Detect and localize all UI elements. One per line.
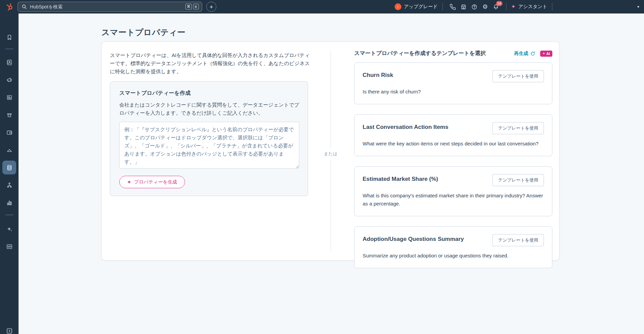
sidebar-item-data-active[interactable] xyxy=(2,161,16,174)
help-button[interactable] xyxy=(469,1,480,12)
page-title: スマートプロパティー xyxy=(101,27,186,38)
search-shortcut: ⌘ K xyxy=(185,4,199,9)
service-bell-icon xyxy=(6,147,13,154)
template-card-churn-risk: Churn Risk テンプレートを使用 Is there any risk o… xyxy=(354,62,552,104)
template-description: What is this company's estimated market … xyxy=(363,192,544,208)
upgrade-button[interactable]: ↑ アップグレード xyxy=(395,3,438,10)
refresh-icon xyxy=(530,51,535,56)
sidebar-item-payments[interactable] xyxy=(2,126,16,139)
marketplace-button[interactable] xyxy=(458,1,469,12)
ai-badge: ✦ AI xyxy=(540,51,552,57)
phone-icon xyxy=(450,4,456,10)
smart-properties-panel: スマートプロパティーは、AIを活用して具体的な回答が入力されるカスタムプロパティ… xyxy=(101,41,559,260)
bookmark-icon xyxy=(6,34,13,41)
command-key-icon: ⌘ xyxy=(185,4,192,9)
template-card-adoption-usage: Adoption/Usage Questions Summary テンプレートを… xyxy=(354,226,552,268)
template-title: Adoption/Usage Questions Summary xyxy=(363,234,492,243)
templates-column: スマートプロパティーを作成するテンプレートを選択 再生成 ✦ AI Churn … xyxy=(354,50,552,268)
create-card-description: 会社またはコンタクトレコードに関する質問をして、データエージェントでプロパティー… xyxy=(119,101,301,117)
sidebar-item-crm[interactable] xyxy=(2,55,16,69)
topbar-divider xyxy=(506,3,507,10)
calling-button[interactable] xyxy=(448,1,458,12)
use-template-button[interactable]: テンプレートを使用 xyxy=(492,174,544,186)
storefront-icon xyxy=(460,4,467,10)
assistant-label: アシスタント xyxy=(518,4,547,10)
expand-panel-icon xyxy=(6,327,13,334)
template-card-last-conversation: Last Conversation Action Items テンプレートを使用… xyxy=(354,114,552,156)
generate-button-label: プロパティーを生成 xyxy=(134,179,177,185)
template-description: Summarize any product adoption or usage … xyxy=(363,252,544,260)
org-chart-icon xyxy=(6,182,13,189)
main-content: スマートプロパティー スマートプロパティーは、AIを活用して具体的な回答が入力さ… xyxy=(19,13,644,334)
k-key-icon: K xyxy=(193,4,199,9)
intro-text: スマートプロパティーは、AIを活用して具体的な回答が入力されるカスタムプロパティ… xyxy=(110,51,310,76)
database-icon xyxy=(6,164,13,171)
sidebar-item-commerce[interactable] xyxy=(2,108,16,122)
help-icon xyxy=(471,4,478,10)
sidebar-divider xyxy=(5,215,13,215)
megaphone-icon xyxy=(6,77,13,83)
bar-chart-icon xyxy=(6,199,13,206)
hubspot-logo-icon[interactable] xyxy=(5,2,14,11)
search-input[interactable] xyxy=(18,2,202,12)
upgrade-arrow-icon: ↑ xyxy=(395,3,401,10)
sidebar xyxy=(0,13,19,334)
create-property-card: スマートプロパティーを作成 会社またはコンタクトレコードに関する質問をして、デー… xyxy=(110,81,308,196)
templates-header: スマートプロパティーを作成するテンプレートを選択 再生成 ✦ AI xyxy=(354,50,552,57)
sidebar-item-bookmarks[interactable] xyxy=(2,30,16,44)
sparkle-icon: ✦ xyxy=(127,179,131,185)
chevron-down-icon: ▾ xyxy=(637,4,639,9)
templates-header-title: スマートプロパティーを作成するテンプレートを選択 xyxy=(354,50,514,57)
create-button[interactable]: + xyxy=(206,2,216,12)
sidebar-item-marketing[interactable] xyxy=(2,73,16,87)
plus-icon: + xyxy=(209,4,213,10)
template-title: Last Conversation Action Items xyxy=(363,122,492,131)
ai-badge-label: AI xyxy=(546,52,550,56)
search-icon xyxy=(21,4,27,10)
topbar-divider xyxy=(552,3,552,10)
template-description: What were the key action items or next s… xyxy=(363,140,544,148)
sidebar-item-reporting[interactable] xyxy=(2,196,16,210)
contacts-book-icon xyxy=(6,59,13,66)
sidebar-item-developer[interactable] xyxy=(2,240,16,253)
sidebar-item-automations[interactable] xyxy=(2,178,16,192)
or-label: または xyxy=(323,148,338,160)
template-description: Is there any risk of churn? xyxy=(363,88,544,96)
property-prompt-textarea[interactable] xyxy=(119,122,299,169)
sidebar-divider xyxy=(5,49,13,49)
sidebar-item-copilot[interactable] xyxy=(2,222,16,236)
code-icon xyxy=(6,243,13,250)
ai-sparkle-icon xyxy=(6,226,13,232)
sidebar-expand-button[interactable] xyxy=(2,324,16,334)
gear-icon: ⚙ xyxy=(483,4,488,10)
newspaper-icon xyxy=(6,94,13,101)
account-menu-button[interactable]: ▾ xyxy=(637,4,639,9)
notification-count-badge: 14 xyxy=(496,1,502,6)
assistant-button[interactable]: ✦ アシスタント xyxy=(511,4,547,10)
template-card-market-share: Estimated Market Share (%) テンプレートを使用 Wha… xyxy=(354,166,552,216)
sidebar-item-content[interactable] xyxy=(2,90,16,104)
sparkle-icon: ✦ xyxy=(511,4,516,9)
settings-button[interactable]: ⚙ xyxy=(480,1,491,12)
sparkle-icon: ✦ xyxy=(543,52,545,55)
use-template-button[interactable]: テンプレートを使用 xyxy=(492,70,544,82)
basket-icon xyxy=(6,112,13,118)
generate-property-button[interactable]: ✦ プロパティーを生成 xyxy=(119,176,185,188)
create-card-title: スマートプロパティーを作成 xyxy=(119,90,299,97)
global-search: ⌘ K xyxy=(18,2,202,12)
use-template-button[interactable]: テンプレートを使用 xyxy=(492,122,544,134)
upgrade-label: アップグレード xyxy=(404,4,438,10)
sidebar-item-service[interactable] xyxy=(2,143,16,157)
regenerate-label: 再生成 xyxy=(514,51,528,57)
notifications-button[interactable]: 14 xyxy=(491,1,501,12)
template-title: Churn Risk xyxy=(363,70,492,79)
template-title: Estimated Market Share (%) xyxy=(363,174,492,183)
use-template-button[interactable]: テンプレートを使用 xyxy=(492,234,544,246)
topbar-divider xyxy=(442,3,443,10)
wallet-icon xyxy=(6,129,13,136)
topbar: ⌘ K + ↑ アップグレード ⚙ xyxy=(0,0,644,13)
regenerate-button[interactable]: 再生成 xyxy=(514,51,535,57)
